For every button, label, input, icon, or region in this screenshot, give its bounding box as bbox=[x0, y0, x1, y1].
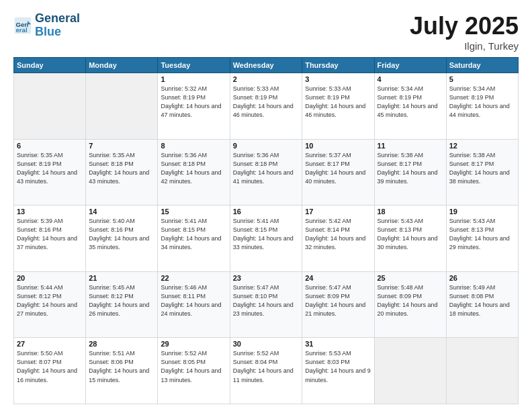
day-number: 30 bbox=[233, 340, 299, 348]
weekday-header-tuesday: Tuesday bbox=[158, 58, 230, 73]
calendar-title: July 2025 bbox=[410, 12, 519, 40]
day-info: Sunrise: 5:35 AM Sunset: 8:18 PM Dayligh… bbox=[89, 151, 154, 186]
day-info: Sunrise: 5:51 AM Sunset: 8:06 PM Dayligh… bbox=[89, 349, 154, 384]
day-info: Sunrise: 5:53 AM Sunset: 8:03 PM Dayligh… bbox=[305, 349, 371, 384]
day-info: Sunrise: 5:50 AM Sunset: 8:07 PM Dayligh… bbox=[17, 349, 83, 384]
week-row-3: 13Sunrise: 5:39 AM Sunset: 8:16 PM Dayli… bbox=[14, 205, 519, 272]
day-number: 1 bbox=[161, 75, 226, 83]
weekday-header-sunday: Sunday bbox=[14, 58, 86, 73]
calendar-cell: 6Sunrise: 5:35 AM Sunset: 8:19 PM Daylig… bbox=[14, 139, 86, 205]
calendar-cell: 29Sunrise: 5:52 AM Sunset: 8:05 PM Dayli… bbox=[158, 338, 230, 404]
calendar-cell bbox=[374, 338, 446, 404]
day-number: 28 bbox=[89, 340, 154, 348]
calendar-cell: 23Sunrise: 5:47 AM Sunset: 8:10 PM Dayli… bbox=[230, 271, 302, 338]
day-number: 19 bbox=[449, 208, 515, 216]
day-info: Sunrise: 5:39 AM Sunset: 8:16 PM Dayligh… bbox=[17, 217, 83, 252]
day-number: 13 bbox=[17, 208, 83, 216]
calendar-cell: 15Sunrise: 5:41 AM Sunset: 8:15 PM Dayli… bbox=[158, 205, 230, 272]
day-info: Sunrise: 5:35 AM Sunset: 8:19 PM Dayligh… bbox=[17, 151, 83, 186]
day-number: 5 bbox=[449, 75, 515, 83]
weekday-header-thursday: Thursday bbox=[302, 58, 374, 73]
day-info: Sunrise: 5:46 AM Sunset: 8:11 PM Dayligh… bbox=[161, 283, 226, 318]
day-number: 25 bbox=[378, 274, 443, 282]
calendar-cell: 24Sunrise: 5:47 AM Sunset: 8:09 PM Dayli… bbox=[302, 271, 374, 338]
day-number: 4 bbox=[378, 75, 443, 83]
day-info: Sunrise: 5:38 AM Sunset: 8:17 PM Dayligh… bbox=[378, 151, 443, 186]
header: Gen eral GeneralBlue July 2025 Ilgin, Tu… bbox=[13, 12, 519, 52]
day-info: Sunrise: 5:42 AM Sunset: 8:14 PM Dayligh… bbox=[305, 217, 371, 252]
calendar-cell: 19Sunrise: 5:43 AM Sunset: 8:13 PM Dayli… bbox=[446, 205, 518, 272]
day-info: Sunrise: 5:44 AM Sunset: 8:12 PM Dayligh… bbox=[17, 283, 83, 318]
page: Gen eral GeneralBlue July 2025 Ilgin, Tu… bbox=[0, 0, 532, 411]
day-number: 3 bbox=[305, 75, 371, 83]
week-row-1: 1Sunrise: 5:32 AM Sunset: 8:19 PM Daylig… bbox=[14, 73, 519, 140]
day-number: 20 bbox=[17, 274, 83, 282]
day-info: Sunrise: 5:47 AM Sunset: 8:10 PM Dayligh… bbox=[233, 283, 299, 318]
logo-icon: Gen eral bbox=[13, 16, 32, 35]
day-number: 14 bbox=[89, 208, 154, 216]
week-row-4: 20Sunrise: 5:44 AM Sunset: 8:12 PM Dayli… bbox=[14, 271, 519, 338]
calendar-cell: 2Sunrise: 5:33 AM Sunset: 8:19 PM Daylig… bbox=[230, 73, 302, 140]
day-number: 16 bbox=[233, 208, 299, 216]
calendar-cell: 28Sunrise: 5:51 AM Sunset: 8:06 PM Dayli… bbox=[86, 338, 158, 404]
day-number: 10 bbox=[305, 142, 371, 150]
day-info: Sunrise: 5:49 AM Sunset: 8:08 PM Dayligh… bbox=[449, 283, 515, 318]
calendar-cell: 9Sunrise: 5:36 AM Sunset: 8:18 PM Daylig… bbox=[230, 139, 302, 205]
day-number: 11 bbox=[378, 142, 443, 150]
day-number: 7 bbox=[89, 142, 154, 150]
day-number: 26 bbox=[449, 274, 515, 282]
day-info: Sunrise: 5:37 AM Sunset: 8:17 PM Dayligh… bbox=[305, 151, 371, 186]
calendar-cell: 12Sunrise: 5:38 AM Sunset: 8:17 PM Dayli… bbox=[446, 139, 518, 205]
weekday-header-saturday: Saturday bbox=[446, 58, 518, 73]
calendar-cell: 22Sunrise: 5:46 AM Sunset: 8:11 PM Dayli… bbox=[158, 271, 230, 338]
calendar-table: SundayMondayTuesdayWednesdayThursdayFrid… bbox=[13, 57, 519, 404]
calendar-cell bbox=[14, 73, 86, 140]
day-number: 17 bbox=[305, 208, 371, 216]
calendar-cell: 21Sunrise: 5:45 AM Sunset: 8:12 PM Dayli… bbox=[86, 271, 158, 338]
calendar-subtitle: Ilgin, Turkey bbox=[410, 40, 519, 52]
week-row-2: 6Sunrise: 5:35 AM Sunset: 8:19 PM Daylig… bbox=[14, 139, 519, 205]
day-number: 6 bbox=[17, 142, 83, 150]
day-number: 22 bbox=[161, 274, 226, 282]
day-number: 24 bbox=[305, 274, 371, 282]
day-info: Sunrise: 5:34 AM Sunset: 8:19 PM Dayligh… bbox=[449, 85, 515, 120]
day-info: Sunrise: 5:52 AM Sunset: 8:04 PM Dayligh… bbox=[233, 349, 299, 384]
day-number: 31 bbox=[305, 340, 371, 348]
calendar-cell: 25Sunrise: 5:48 AM Sunset: 8:09 PM Dayli… bbox=[374, 271, 446, 338]
day-number: 2 bbox=[233, 75, 299, 83]
day-number: 23 bbox=[233, 274, 299, 282]
calendar-cell: 17Sunrise: 5:42 AM Sunset: 8:14 PM Dayli… bbox=[302, 205, 374, 272]
calendar-cell bbox=[446, 338, 518, 404]
day-info: Sunrise: 5:36 AM Sunset: 8:18 PM Dayligh… bbox=[233, 151, 299, 186]
calendar-cell: 13Sunrise: 5:39 AM Sunset: 8:16 PM Dayli… bbox=[14, 205, 86, 272]
logo-text: GeneralBlue bbox=[35, 12, 80, 39]
calendar-cell: 18Sunrise: 5:43 AM Sunset: 8:13 PM Dayli… bbox=[374, 205, 446, 272]
day-number: 29 bbox=[161, 340, 226, 348]
calendar-cell: 14Sunrise: 5:40 AM Sunset: 8:16 PM Dayli… bbox=[86, 205, 158, 272]
calendar-cell: 3Sunrise: 5:33 AM Sunset: 8:19 PM Daylig… bbox=[302, 73, 374, 140]
day-number: 21 bbox=[89, 274, 154, 282]
week-row-5: 27Sunrise: 5:50 AM Sunset: 8:07 PM Dayli… bbox=[14, 338, 519, 404]
day-info: Sunrise: 5:43 AM Sunset: 8:13 PM Dayligh… bbox=[449, 217, 515, 252]
title-block: July 2025 Ilgin, Turkey bbox=[410, 12, 519, 52]
svg-text:eral: eral bbox=[16, 26, 28, 33]
calendar-cell: 16Sunrise: 5:41 AM Sunset: 8:15 PM Dayli… bbox=[230, 205, 302, 272]
day-number: 8 bbox=[161, 142, 226, 150]
calendar-cell bbox=[86, 73, 158, 140]
day-info: Sunrise: 5:48 AM Sunset: 8:09 PM Dayligh… bbox=[378, 283, 443, 318]
day-number: 27 bbox=[17, 340, 83, 348]
day-info: Sunrise: 5:43 AM Sunset: 8:13 PM Dayligh… bbox=[378, 217, 443, 252]
weekday-header-friday: Friday bbox=[374, 58, 446, 73]
day-info: Sunrise: 5:47 AM Sunset: 8:09 PM Dayligh… bbox=[305, 283, 371, 318]
calendar-cell: 11Sunrise: 5:38 AM Sunset: 8:17 PM Dayli… bbox=[374, 139, 446, 205]
weekday-header-row: SundayMondayTuesdayWednesdayThursdayFrid… bbox=[14, 58, 519, 73]
calendar-cell: 7Sunrise: 5:35 AM Sunset: 8:18 PM Daylig… bbox=[86, 139, 158, 205]
day-number: 9 bbox=[233, 142, 299, 150]
calendar-cell: 30Sunrise: 5:52 AM Sunset: 8:04 PM Dayli… bbox=[230, 338, 302, 404]
calendar-cell: 8Sunrise: 5:36 AM Sunset: 8:18 PM Daylig… bbox=[158, 139, 230, 205]
calendar-cell: 26Sunrise: 5:49 AM Sunset: 8:08 PM Dayli… bbox=[446, 271, 518, 338]
day-info: Sunrise: 5:34 AM Sunset: 8:19 PM Dayligh… bbox=[378, 85, 443, 120]
calendar-cell: 1Sunrise: 5:32 AM Sunset: 8:19 PM Daylig… bbox=[158, 73, 230, 140]
day-info: Sunrise: 5:41 AM Sunset: 8:15 PM Dayligh… bbox=[161, 217, 226, 252]
logo: Gen eral GeneralBlue bbox=[13, 12, 80, 39]
